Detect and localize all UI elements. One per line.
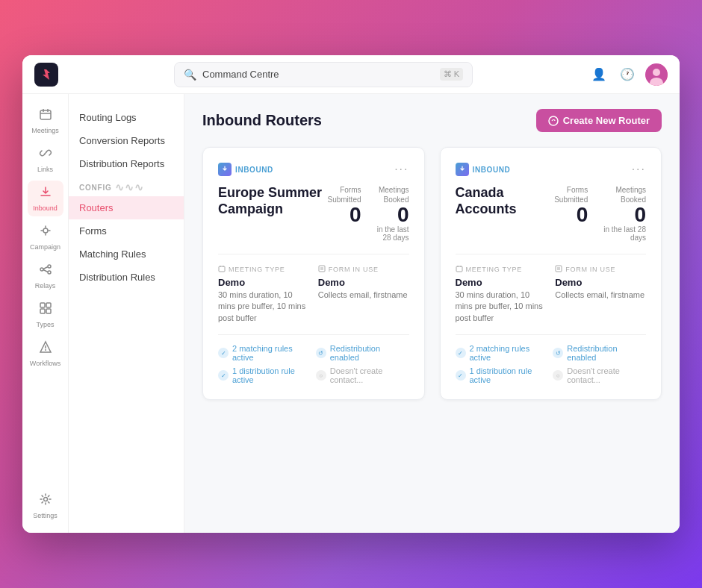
svg-rect-29: [456, 266, 462, 272]
footer-redistribution-europe: ↺ Redistribution enabled: [316, 344, 409, 362]
meetings-booked-stat-europe: Meetings Booked 0 in the last 28 days: [373, 185, 409, 242]
sidebar-item-types[interactable]: Types: [28, 297, 63, 333]
page-title: Inbound Routers: [202, 112, 322, 129]
inbound-badge-europe: INBOUND: [218, 163, 273, 176]
form-in-use-icon-canada: [555, 265, 562, 274]
sidebar-item-links[interactable]: Links: [28, 142, 63, 178]
card-more-europe[interactable]: ···: [394, 163, 409, 176]
inbound-nav-icon: [39, 185, 52, 202]
distribution-rules-label: Distribution Rules: [79, 272, 155, 283]
svg-line-13: [43, 270, 48, 272]
card-name-canada: Canada Accounts: [456, 185, 544, 217]
campaign-label: Campaign: [30, 243, 60, 251]
meeting-type-section-label-canada: MEETING TYPE: [456, 265, 547, 274]
forms-submitted-label-europe: Forms Submitted: [327, 185, 361, 204]
create-router-button[interactable]: Create New Router: [536, 109, 662, 132]
svg-rect-23: [219, 266, 225, 272]
forms-submitted-value-europe: 0: [327, 204, 361, 225]
meetings-booked-label-europe: Meetings Booked: [373, 185, 409, 204]
card-more-canada[interactable]: ···: [632, 163, 646, 176]
svg-line-12: [43, 267, 48, 269]
form-in-use-icon-europe: [318, 265, 326, 274]
footer-distribution-rule-canada: ✓ 1 distribution rule active: [456, 366, 549, 384]
svg-rect-32: [556, 266, 562, 272]
meetings-booked-stat-canada: Meetings Booked 0 in the last 28 days: [600, 185, 646, 242]
card-header-canada: INBOUND ···: [456, 163, 647, 176]
card-footer-europe: ✓ 2 matching rules active ↺ Redistributi…: [218, 334, 409, 384]
meeting-type-sub-canada: 30 mins duration, 10 mins pre buffer, 10…: [456, 290, 547, 324]
search-icon: 🔍: [184, 69, 196, 81]
form-in-use-block-canada: FORM IN USE Demo Collects email, firstna…: [555, 265, 646, 324]
search-bar[interactable]: 🔍 Command Centre ⌘ K: [174, 62, 473, 87]
svg-point-21: [43, 498, 47, 501]
form-in-use-sub-europe: Collects email, firstname: [318, 290, 409, 301]
sidebar-item-inbound[interactable]: Inbound: [28, 181, 63, 216]
clock-icon[interactable]: 🕐: [617, 64, 638, 85]
footer-redistribution-canada: ↺ Redistribution enabled: [553, 344, 646, 362]
form-in-use-sub-canada: Collects email, firstname: [555, 290, 646, 301]
svg-rect-16: [40, 309, 45, 313]
sidebar-routing-logs[interactable]: Routing Logs: [69, 106, 184, 129]
meeting-type-value-europe: Demo: [218, 277, 309, 288]
types-label: Types: [36, 321, 54, 328]
router-card-europe: INBOUND ··· Europe Summer Campaign Forms…: [202, 147, 425, 400]
distribution-rule-dot-canada: ✓: [456, 370, 466, 381]
top-bar-actions: 👤 🕐: [588, 63, 668, 86]
matching-rules-label: Matching Rules: [79, 248, 146, 260]
card-stats-europe: Forms Submitted 0 Meetings Booked 0 in t…: [327, 185, 409, 242]
redistribution-dot-canada: ↺: [553, 348, 563, 358]
meetings-icon: [39, 107, 52, 125]
sidebar-item-settings[interactable]: Settings: [28, 488, 63, 524]
sidebar-item-campaign[interactable]: Campaign: [28, 219, 63, 255]
footer-distribution-rule-europe: ✓ 1 distribution rule active: [218, 366, 311, 384]
meeting-type-block-europe: MEETING TYPE Demo 30 mins duration, 10 m…: [218, 265, 309, 324]
inbound-text-europe: INBOUND: [235, 166, 273, 174]
top-bar: 🔍 Command Centre ⌘ K 👤 🕐: [22, 55, 680, 94]
svg-rect-26: [319, 266, 325, 272]
forms-submitted-value-canada: 0: [544, 204, 588, 225]
distribution-reports-label: Distribution Reports: [79, 158, 164, 169]
sidebar-distribution-reports[interactable]: Distribution Reports: [69, 152, 184, 175]
inbound-label: Inbound: [33, 204, 58, 212]
card-details-canada: MEETING TYPE Demo 30 mins duration, 10 m…: [456, 254, 647, 324]
sidebar-routers[interactable]: Routers: [69, 196, 184, 219]
router-card-canada: INBOUND ··· Canada Accounts Forms Submit…: [440, 147, 662, 400]
matching-rules-dot-europe: ✓: [218, 348, 229, 358]
sidebar-distribution-rules[interactable]: Distribution Rules: [69, 266, 184, 289]
forms-label: Forms: [79, 225, 107, 237]
app-window: 🔍 Command Centre ⌘ K 👤 🕐: [22, 55, 680, 533]
sidebar-conversion-reports[interactable]: Conversion Reports: [69, 129, 184, 152]
links-label: Links: [37, 166, 53, 173]
footer-contact-europe: ○ Doesn't create contact...: [316, 366, 409, 384]
svg-point-2: [653, 69, 660, 76]
card-header-europe: INBOUND ···: [218, 163, 409, 176]
card-stats-canada: Forms Submitted 0 Meetings Booked 0 in t…: [544, 185, 646, 242]
card-main-row-europe: Europe Summer Campaign Forms Submitted 0…: [218, 185, 409, 242]
inbound-icon-europe: [218, 163, 232, 176]
campaign-icon: [39, 224, 52, 241]
meeting-type-block-canada: MEETING TYPE Demo 30 mins duration, 10 m…: [456, 265, 547, 324]
svg-point-22: [549, 116, 558, 125]
cards-grid: INBOUND ··· Europe Summer Campaign Forms…: [202, 147, 662, 400]
sidebar-item-relays[interactable]: Relays: [28, 258, 63, 294]
user-icon[interactable]: 👤: [588, 64, 609, 85]
left-nav: Meetings Links: [22, 94, 69, 533]
footer-matching-rules-europe: ✓ 2 matching rules active: [218, 344, 311, 362]
create-router-label: Create New Router: [563, 115, 650, 126]
sidebar-matching-rules[interactable]: Matching Rules: [69, 243, 184, 266]
workflows-label: Workflows: [30, 360, 60, 367]
form-in-use-value-europe: Demo: [318, 277, 409, 288]
avatar[interactable]: [645, 63, 668, 86]
inbound-text-canada: INBOUND: [473, 166, 511, 174]
conversion-reports-label: Conversion Reports: [79, 135, 165, 146]
card-details-europe: MEETING TYPE Demo 30 mins duration, 10 m…: [218, 254, 409, 324]
svg-point-20: [45, 349, 46, 351]
settings-label: Settings: [33, 512, 58, 519]
period-label-canada: in the last 28 days: [600, 225, 646, 242]
matching-rules-dot-canada: ✓: [456, 348, 466, 358]
sidebar-forms[interactable]: Forms: [69, 219, 184, 243]
sidebar-item-workflows[interactable]: Workflows: [28, 336, 63, 372]
meetings-booked-value-europe: 0: [373, 204, 409, 225]
sidebar-item-meetings[interactable]: Meetings: [28, 103, 63, 139]
svg-point-11: [48, 271, 51, 274]
